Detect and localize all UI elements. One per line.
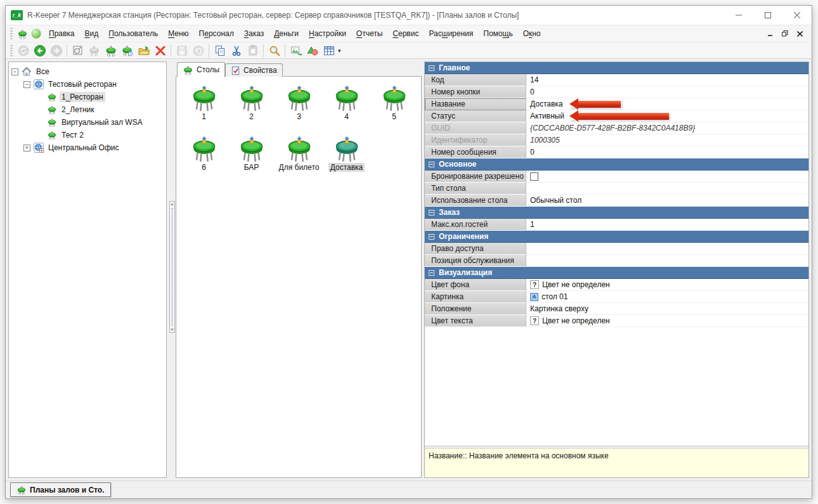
menu-item-9[interactable]: Сервис	[387, 27, 424, 41]
property-value[interactable]: 14	[526, 74, 808, 86]
menu-item-3[interactable]: Меню	[163, 27, 193, 41]
collapse-section-icon[interactable]: −	[429, 270, 434, 276]
table-item-8[interactable]: Для билето	[275, 133, 323, 184]
collapse-section-icon[interactable]: −	[429, 234, 434, 240]
image-ref-icon[interactable]: A	[530, 293, 538, 301]
property-value[interactable]	[526, 171, 808, 183]
edit-item-icon[interactable]	[70, 43, 86, 58]
collapse-icon[interactable]: −	[11, 68, 18, 75]
mdi-minimize-button[interactable]	[768, 31, 773, 37]
grid-view-icon[interactable]	[321, 43, 337, 58]
section-header-0[interactable]: −Главное	[425, 62, 808, 74]
tree-item-4[interactable]: Виртуальный зал WSA	[9, 116, 166, 129]
table-item-7[interactable]: БАР	[228, 133, 275, 184]
tree-splitter[interactable]: < <	[169, 201, 175, 333]
menu-item-8[interactable]: Отчеты	[351, 27, 388, 41]
expand-icon[interactable]: +	[23, 145, 30, 152]
section-header-2[interactable]: −Заказ	[425, 207, 808, 219]
tree-item-6[interactable]: +Центральный Офис	[9, 141, 166, 154]
table-item-6[interactable]: 6	[180, 133, 228, 184]
menu-item-11[interactable]: Помощь	[478, 27, 517, 41]
table-item-3[interactable]: 3	[275, 82, 323, 133]
menu-item-7[interactable]: Настройки	[304, 27, 351, 41]
cut-icon[interactable]	[228, 43, 244, 58]
property-row-4-3[interactable]: Цвет текста?Цвет не определен	[425, 315, 808, 327]
property-value[interactable]: ?Цвет не определен	[526, 315, 808, 327]
property-value[interactable]: ?Цвет не определен	[526, 279, 808, 291]
property-row-3-1[interactable]: Позиция обслуживания	[425, 255, 808, 267]
back-icon[interactable]	[32, 43, 48, 58]
property-row-4-2[interactable]: ПоложениеКартинка сверху	[425, 303, 808, 315]
tree-item-1[interactable]: −Тестовый ресторан	[9, 78, 166, 91]
shapes-icon[interactable]	[304, 43, 320, 58]
table-item-1[interactable]: 1	[180, 82, 228, 133]
tree-item-0[interactable]: −Все	[9, 65, 166, 78]
menu-grip[interactable]	[10, 28, 13, 39]
property-value[interactable]: Обычный стол	[526, 195, 808, 207]
mdi-restore-button[interactable]	[782, 30, 788, 37]
menu-item-6[interactable]: Деньги	[269, 27, 304, 41]
property-value[interactable]	[526, 183, 808, 195]
section-header-4[interactable]: −Визуализация	[425, 267, 808, 279]
collapse-left-icon[interactable]: <	[171, 326, 174, 332]
menu-item-5[interactable]: Заказ	[239, 27, 269, 41]
minimize-button[interactable]	[724, 6, 753, 25]
property-value[interactable]: {CDCCAB0E-D577-428F-B2BF-8342C0A418B9}	[526, 122, 808, 134]
table-item-2[interactable]: 2	[228, 82, 275, 133]
menu-item-1[interactable]: Вид	[80, 27, 104, 41]
table-item-9[interactable]: Доставка	[323, 133, 370, 184]
property-value[interactable]: 0	[526, 146, 808, 158]
collapse-section-icon[interactable]: −	[429, 162, 434, 167]
property-row-2-0[interactable]: Макс.кол.гостей1	[425, 219, 808, 231]
tab-properties[interactable]: Свойства	[225, 63, 283, 77]
menu-item-2[interactable]: Пользователь	[103, 27, 163, 41]
collapse-section-icon[interactable]: −	[429, 65, 434, 71]
search-icon[interactable]	[266, 43, 282, 58]
checkbox[interactable]	[530, 172, 538, 181]
menu-item-0[interactable]: Правка	[44, 27, 80, 41]
property-value[interactable]: Активный	[526, 110, 808, 122]
dropdown-caret-icon[interactable]: ▾	[338, 48, 341, 54]
question-icon[interactable]: ?	[530, 280, 539, 289]
menu-item-10[interactable]: Расширения	[424, 27, 478, 41]
property-value[interactable]: Aстол 01	[526, 291, 808, 303]
open-window-button[interactable]: Планы залов и Сто.	[10, 482, 111, 497]
table-item-5[interactable]: 5	[370, 82, 418, 133]
property-row-1-1[interactable]: Тип стола	[425, 183, 808, 195]
menu-item-12[interactable]: Окно	[518, 27, 546, 41]
table-item-4[interactable]: 4	[323, 82, 370, 133]
property-row-0-6[interactable]: Номер сообщения0	[425, 146, 808, 158]
property-row-4-1[interactable]: КартинкаAстол 01	[425, 291, 808, 303]
tab-tables[interactable]: Столы	[177, 62, 225, 77]
image-icon[interactable]	[288, 43, 304, 58]
question-icon[interactable]: ?	[530, 316, 539, 325]
tree-item-2[interactable]: 1_Ресторан	[9, 91, 166, 103]
mdi-close-button[interactable]	[797, 31, 803, 37]
table-icon[interactable]	[103, 43, 119, 58]
property-value[interactable]: 0	[526, 86, 808, 98]
collapse-left-icon[interactable]: <	[171, 202, 174, 207]
open-icon[interactable]	[136, 43, 152, 58]
toolbar-grip[interactable]	[10, 45, 13, 56]
menu-item-4[interactable]: Персонал	[194, 27, 239, 41]
tree-item-3[interactable]: 2_Летник	[9, 103, 166, 116]
property-value[interactable]	[526, 255, 808, 267]
collapse-section-icon[interactable]: −	[429, 210, 434, 216]
collapse-icon[interactable]: −	[23, 81, 30, 88]
close-button[interactable]	[782, 6, 812, 25]
property-row-1-2[interactable]: Использование столаОбычный стол	[425, 195, 808, 207]
property-value[interactable]: Картинка сверху	[526, 303, 808, 315]
tree-item-5[interactable]: Тест 2	[9, 129, 166, 141]
property-row-3-0[interactable]: Право доступа	[425, 243, 808, 255]
property-value[interactable]: 1	[526, 219, 808, 231]
property-row-0-3[interactable]: СтатусАктивный	[425, 110, 808, 122]
property-row-1-0[interactable]: Бронирование разрешено	[425, 171, 808, 183]
maximize-button[interactable]	[753, 6, 782, 25]
property-row-0-1[interactable]: Номер кнопки0	[425, 86, 808, 98]
copy-icon[interactable]	[212, 43, 228, 58]
property-row-4-0[interactable]: Цвет фона?Цвет не определен	[425, 279, 808, 291]
property-value[interactable]	[526, 243, 808, 255]
delete-icon[interactable]	[152, 43, 168, 58]
property-row-0-5[interactable]: Идентификатор1000305	[425, 134, 808, 146]
property-row-0-2[interactable]: НазваниеДоставка	[425, 98, 808, 110]
